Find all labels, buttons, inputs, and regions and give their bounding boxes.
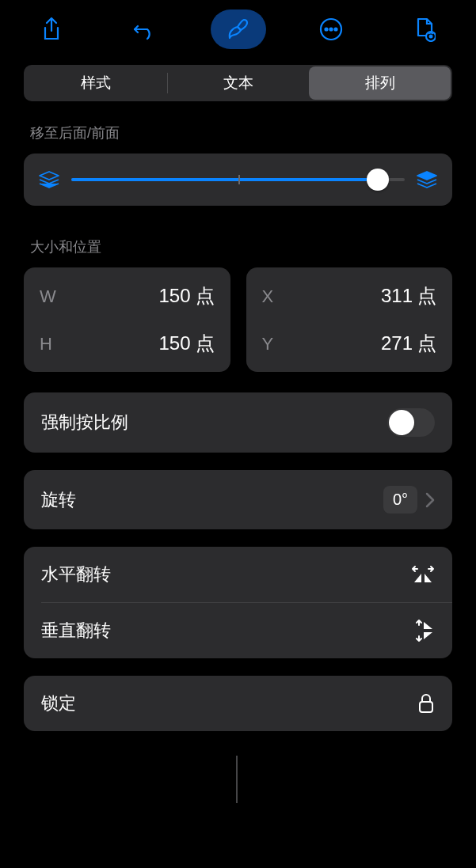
slider-thumb[interactable] [367, 169, 389, 191]
layer-order-slider[interactable] [71, 178, 405, 181]
paintbrush-icon [226, 17, 251, 42]
document-icon [413, 17, 436, 42]
rotate-card: 旋转 0° [24, 470, 452, 529]
y-unit: 点 [417, 331, 436, 356]
x-label: X [262, 286, 294, 307]
svg-rect-6 [420, 702, 432, 712]
share-icon [40, 17, 63, 42]
size-position-header: 大小和位置 [0, 237, 476, 267]
size-position-grid: W 150 点 H 150 点 X 311 点 Y 271 点 [24, 267, 452, 372]
constrain-label: 强制按比例 [41, 411, 387, 434]
height-unit: 点 [196, 331, 215, 356]
lock-label: 锁定 [41, 692, 417, 715]
x-field[interactable]: X 311 点 [246, 272, 453, 320]
chevron-right-icon [425, 492, 435, 508]
svg-point-5 [429, 35, 433, 39]
flip-horizontal-icon [411, 564, 435, 585]
svg-point-2 [330, 28, 333, 31]
x-value: 311 [294, 285, 418, 307]
lock-row[interactable]: 锁定 [24, 676, 452, 731]
width-field[interactable]: W 150 点 [24, 272, 230, 320]
width-unit: 点 [196, 283, 215, 309]
y-value: 271 [294, 332, 418, 354]
bring-to-front-icon[interactable] [416, 169, 438, 190]
width-value: 150 [71, 285, 196, 307]
flip-vertical-icon [414, 619, 435, 642]
more-icon [318, 17, 344, 42]
constrain-toggle[interactable] [387, 408, 435, 437]
y-field[interactable]: Y 271 点 [246, 320, 453, 367]
flip-horizontal-label: 水平翻转 [41, 563, 411, 586]
height-value: 150 [71, 332, 196, 354]
lock-icon [417, 692, 435, 714]
flip-vertical-row[interactable]: 垂直翻转 [24, 603, 452, 658]
more-button[interactable] [303, 9, 359, 49]
flip-vertical-label: 垂直翻转 [41, 619, 414, 642]
rotate-label: 旋转 [41, 488, 383, 512]
layer-section-header: 移至后面/前面 [0, 123, 476, 154]
undo-button[interactable] [117, 9, 173, 49]
rotate-value: 0° [383, 486, 417, 514]
layer-order-slider-card [24, 154, 452, 206]
lock-card: 锁定 [24, 676, 452, 731]
home-indicator [236, 756, 240, 803]
svg-point-1 [326, 28, 328, 31]
size-column: W 150 点 H 150 点 [24, 267, 230, 372]
tab-style[interactable]: 样式 [25, 66, 167, 100]
flip-card: 水平翻转 垂直翻转 [24, 547, 452, 658]
flip-horizontal-row[interactable]: 水平翻转 [24, 547, 452, 602]
tab-arrange[interactable]: 排列 [309, 66, 451, 100]
undo-icon [133, 18, 157, 40]
rotate-row[interactable]: 旋转 0° [24, 470, 452, 529]
position-column: X 311 点 Y 271 点 [246, 267, 453, 372]
y-label: Y [262, 334, 294, 354]
document-settings-button[interactable] [397, 9, 452, 49]
tab-text[interactable]: 文本 [168, 66, 310, 100]
send-to-back-icon[interactable] [38, 169, 60, 190]
constrain-card: 强制按比例 [24, 392, 452, 453]
format-button[interactable] [211, 9, 266, 49]
tab-segmented-control: 样式 文本 排列 [24, 65, 452, 101]
height-field[interactable]: H 150 点 [24, 320, 230, 367]
height-label: H [40, 334, 71, 354]
constrain-proportions-row: 强制按比例 [24, 392, 452, 453]
share-button[interactable] [24, 9, 79, 49]
svg-point-3 [335, 28, 337, 31]
top-toolbar [0, 0, 476, 65]
width-label: W [40, 286, 71, 307]
x-unit: 点 [417, 283, 436, 309]
